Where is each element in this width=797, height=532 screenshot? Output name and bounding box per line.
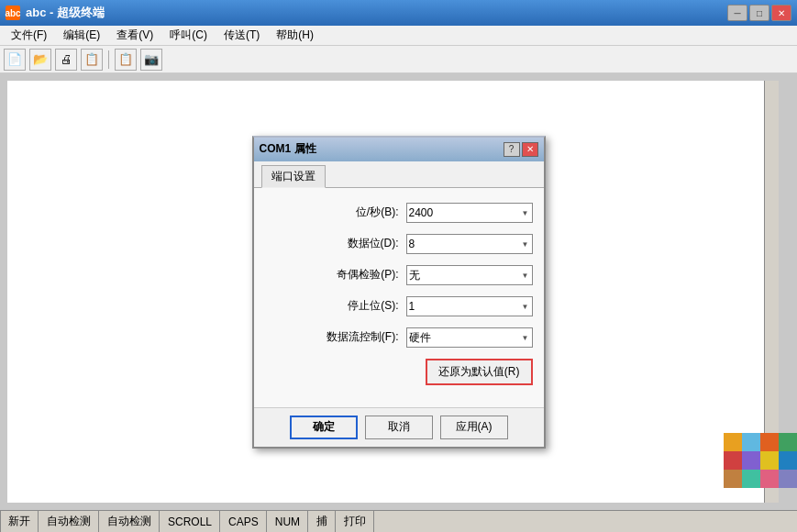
baud-rate-select[interactable]: 2400 [406, 203, 533, 223]
toolbar-copy1[interactable]: 📋 [81, 49, 103, 71]
toolbar-separator [108, 50, 109, 69]
ok-button[interactable]: 确定 [290, 416, 358, 439]
status-bar: 新开 自动检测 自动检测 SCROLL CAPS NUM 捕 打印 [0, 510, 797, 532]
restore-defaults-button[interactable]: 还原为默认值(R) [426, 359, 533, 385]
data-bits-wrapper: 8 [406, 234, 533, 254]
toolbar-open[interactable]: 📂 [29, 49, 51, 71]
baud-rate-wrapper: 2400 [406, 203, 533, 223]
menu-file[interactable]: 文件(F) [4, 26, 54, 45]
status-caps: CAPS [221, 511, 267, 532]
flow-control-row: 数据流控制(F): 硬件 [265, 327, 533, 348]
minimize-button[interactable]: ─ [727, 5, 747, 21]
parity-row: 奇偶检验(P): 无 [265, 265, 533, 285]
status-autodetect1: 自动检测 [39, 511, 99, 532]
status-print: 打印 [337, 511, 374, 532]
toolbar: 📄 📂 🖨 📋 📋 📷 [0, 46, 797, 73]
baud-rate-label: 位/秒(B): [298, 205, 399, 220]
dialog-content: 位/秒(B): 2400 数据位(D): 8 [254, 188, 544, 407]
stop-bits-row: 停止位(S): 1 [265, 296, 533, 316]
parity-wrapper: 无 [406, 265, 533, 285]
title-bar-left: abc abc - 超级终端 [6, 5, 105, 21]
data-bits-row: 数据位(D): 8 [265, 234, 533, 254]
menu-view[interactable]: 查看(V) [109, 26, 161, 45]
toolbar-print[interactable]: 🖨 [55, 49, 77, 71]
restore-btn-container: 还原为默认值(R) [265, 359, 533, 385]
dialog-title-bar: COM1 属性 ? ✕ [254, 138, 544, 161]
status-autodetect2: 自动检测 [100, 511, 160, 532]
stop-bits-select[interactable]: 1 [406, 296, 533, 316]
menu-edit[interactable]: 编辑(E) [56, 26, 107, 45]
maximize-button[interactable]: □ [749, 5, 769, 21]
stop-bits-wrapper: 1 [406, 296, 533, 316]
stop-bits-label: 停止位(S): [298, 298, 399, 314]
apply-button[interactable]: 应用(A) [440, 416, 508, 439]
dialog-title: COM1 属性 [260, 141, 316, 157]
dialog-buttons: 确定 取消 应用(A) [254, 407, 544, 447]
flow-control-label: 数据流控制(F): [298, 329, 399, 345]
dialog-title-controls: ? ✕ [504, 142, 538, 157]
menu-bar: 文件(F) 编辑(E) 查看(V) 呼叫(C) 传送(T) 帮助(H) [0, 26, 797, 46]
status-new: 新开 [0, 511, 39, 532]
flow-control-wrapper: 硬件 [406, 327, 533, 348]
flow-control-select[interactable]: 硬件 [406, 327, 533, 348]
tab-port-settings[interactable]: 端口设置 [261, 165, 326, 188]
menu-help[interactable]: 帮助(H) [269, 26, 321, 45]
toolbar-copy2[interactable]: 📋 [115, 49, 137, 71]
menu-call[interactable]: 呼叫(C) [162, 26, 215, 45]
title-bar-controls: ─ □ ✕ [727, 5, 791, 21]
parity-label: 奇偶检验(P): [298, 267, 399, 283]
status-capture: 捕 [309, 511, 336, 532]
window-title: abc - 超级终端 [26, 5, 105, 21]
dialog-tab-bar: 端口设置 [254, 161, 544, 188]
main-area: COM1 属性 ? ✕ 端口设置 位/秒(B): 2400 [0, 73, 797, 510]
parity-select[interactable]: 无 [406, 265, 533, 285]
title-bar: abc abc - 超级终端 ─ □ ✕ [0, 0, 797, 26]
data-bits-select[interactable]: 8 [406, 234, 533, 254]
toolbar-camera[interactable]: 📷 [140, 49, 162, 71]
cancel-button[interactable]: 取消 [365, 416, 433, 439]
dialog-help-button[interactable]: ? [504, 142, 520, 157]
close-button[interactable]: ✕ [771, 5, 791, 21]
app-icon: abc [6, 6, 20, 20]
data-bits-label: 数据位(D): [298, 236, 399, 251]
toolbar-new[interactable]: 📄 [4, 49, 26, 71]
dialog-close-button[interactable]: ✕ [522, 142, 538, 157]
baud-rate-row: 位/秒(B): 2400 [265, 203, 533, 223]
status-scroll: SCROLL [161, 511, 220, 532]
dialog-overlay: COM1 属性 ? ✕ 端口设置 位/秒(B): 2400 [0, 73, 797, 510]
properties-dialog: COM1 属性 ? ✕ 端口设置 位/秒(B): 2400 [252, 136, 546, 449]
menu-transfer[interactable]: 传送(T) [216, 26, 267, 45]
status-num: NUM [268, 511, 308, 532]
